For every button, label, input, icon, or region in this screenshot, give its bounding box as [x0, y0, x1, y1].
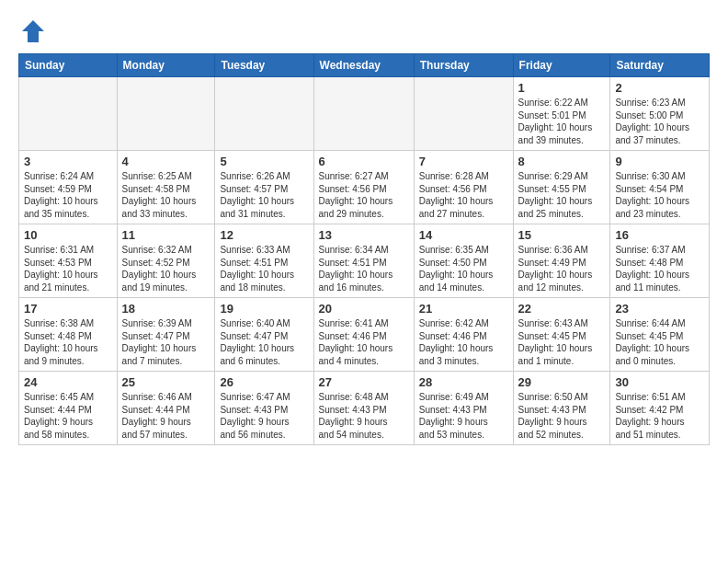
- day-info: Sunrise: 6:38 AM Sunset: 4:48 PM Dayligh…: [24, 317, 112, 367]
- day-number: 22: [518, 302, 606, 316]
- day-cell: 17Sunrise: 6:38 AM Sunset: 4:48 PM Dayli…: [19, 298, 118, 372]
- day-number: 23: [615, 302, 704, 316]
- day-cell: 14Sunrise: 6:35 AM Sunset: 4:50 PM Dayli…: [414, 224, 513, 298]
- day-info: Sunrise: 6:47 AM Sunset: 4:43 PM Dayligh…: [220, 391, 308, 441]
- day-number: 27: [319, 375, 409, 389]
- day-number: 9: [615, 155, 704, 168]
- day-info: Sunrise: 6:48 AM Sunset: 4:43 PM Dayligh…: [319, 391, 409, 441]
- header-row: SundayMondayTuesdayWednesdayThursdayFrid…: [19, 54, 710, 77]
- day-info: Sunrise: 6:25 AM Sunset: 4:58 PM Dayligh…: [122, 170, 210, 220]
- day-number: 6: [319, 155, 409, 168]
- day-number: 13: [319, 228, 409, 242]
- day-cell: 8Sunrise: 6:29 AM Sunset: 4:55 PM Daylig…: [513, 151, 610, 224]
- day-info: Sunrise: 6:22 AM Sunset: 5:01 PM Dayligh…: [518, 97, 606, 146]
- day-info: Sunrise: 6:32 AM Sunset: 4:52 PM Dayligh…: [122, 244, 210, 293]
- day-info: Sunrise: 6:35 AM Sunset: 4:50 PM Dayligh…: [419, 244, 508, 293]
- day-number: 26: [220, 375, 308, 389]
- calendar-table: SundayMondayTuesdayWednesdayThursdayFrid…: [18, 53, 710, 445]
- day-number: 21: [419, 302, 508, 316]
- day-cell: 25Sunrise: 6:46 AM Sunset: 4:44 PM Dayli…: [117, 372, 215, 445]
- day-number: 16: [615, 228, 704, 242]
- day-number: 1: [518, 81, 606, 95]
- logo: [18, 18, 46, 44]
- week-row-3: 10Sunrise: 6:31 AM Sunset: 4:53 PM Dayli…: [19, 224, 710, 298]
- day-number: 3: [24, 155, 112, 168]
- day-number: 19: [220, 302, 308, 316]
- day-info: Sunrise: 6:40 AM Sunset: 4:47 PM Dayligh…: [220, 317, 308, 367]
- day-number: 2: [615, 81, 704, 95]
- day-cell: 13Sunrise: 6:34 AM Sunset: 4:51 PM Dayli…: [313, 224, 414, 298]
- day-number: 30: [615, 375, 704, 389]
- day-number: 7: [419, 155, 508, 168]
- day-cell: [215, 77, 313, 151]
- day-number: 5: [220, 155, 308, 168]
- day-cell: 22Sunrise: 6:43 AM Sunset: 4:45 PM Dayli…: [513, 298, 610, 372]
- day-number: 8: [518, 155, 606, 168]
- week-row-1: 1Sunrise: 6:22 AM Sunset: 5:01 PM Daylig…: [19, 77, 710, 151]
- day-cell: 5Sunrise: 6:26 AM Sunset: 4:57 PM Daylig…: [215, 151, 313, 224]
- day-info: Sunrise: 6:26 AM Sunset: 4:57 PM Dayligh…: [220, 170, 308, 220]
- col-header-friday: Friday: [513, 54, 610, 77]
- day-cell: 1Sunrise: 6:22 AM Sunset: 5:01 PM Daylig…: [513, 77, 610, 151]
- week-row-2: 3Sunrise: 6:24 AM Sunset: 4:59 PM Daylig…: [19, 151, 710, 224]
- week-row-5: 24Sunrise: 6:45 AM Sunset: 4:44 PM Dayli…: [19, 372, 710, 445]
- day-info: Sunrise: 6:50 AM Sunset: 4:43 PM Dayligh…: [518, 391, 606, 441]
- day-info: Sunrise: 6:27 AM Sunset: 4:56 PM Dayligh…: [319, 170, 409, 220]
- day-cell: 3Sunrise: 6:24 AM Sunset: 4:59 PM Daylig…: [19, 151, 118, 224]
- day-cell: 27Sunrise: 6:48 AM Sunset: 4:43 PM Dayli…: [313, 372, 414, 445]
- day-cell: 30Sunrise: 6:51 AM Sunset: 4:42 PM Dayli…: [610, 372, 710, 445]
- day-cell: 11Sunrise: 6:32 AM Sunset: 4:52 PM Dayli…: [117, 224, 215, 298]
- col-header-wednesday: Wednesday: [313, 54, 414, 77]
- day-number: 18: [122, 302, 210, 316]
- day-number: 14: [419, 228, 508, 242]
- day-info: Sunrise: 6:24 AM Sunset: 4:59 PM Dayligh…: [24, 170, 112, 220]
- day-cell: 6Sunrise: 6:27 AM Sunset: 4:56 PM Daylig…: [313, 151, 414, 224]
- day-info: Sunrise: 6:36 AM Sunset: 4:49 PM Dayligh…: [518, 244, 606, 293]
- day-info: Sunrise: 6:28 AM Sunset: 4:56 PM Dayligh…: [419, 170, 508, 220]
- day-info: Sunrise: 6:31 AM Sunset: 4:53 PM Dayligh…: [24, 244, 112, 293]
- week-row-4: 17Sunrise: 6:38 AM Sunset: 4:48 PM Dayli…: [19, 298, 710, 372]
- day-cell: 24Sunrise: 6:45 AM Sunset: 4:44 PM Dayli…: [19, 372, 118, 445]
- col-header-thursday: Thursday: [414, 54, 513, 77]
- day-cell: 26Sunrise: 6:47 AM Sunset: 4:43 PM Dayli…: [215, 372, 313, 445]
- day-number: 20: [319, 302, 409, 316]
- day-cell: [313, 77, 414, 151]
- day-info: Sunrise: 6:51 AM Sunset: 4:42 PM Dayligh…: [615, 391, 704, 441]
- day-info: Sunrise: 6:46 AM Sunset: 4:44 PM Dayligh…: [122, 391, 210, 441]
- day-info: Sunrise: 6:29 AM Sunset: 4:55 PM Dayligh…: [518, 170, 606, 220]
- day-cell: 9Sunrise: 6:30 AM Sunset: 4:54 PM Daylig…: [610, 151, 710, 224]
- day-info: Sunrise: 6:41 AM Sunset: 4:46 PM Dayligh…: [319, 317, 409, 367]
- day-number: 15: [518, 228, 606, 242]
- day-info: Sunrise: 6:23 AM Sunset: 5:00 PM Dayligh…: [615, 97, 704, 146]
- day-number: 12: [220, 228, 308, 242]
- day-number: 17: [24, 302, 112, 316]
- day-info: Sunrise: 6:33 AM Sunset: 4:51 PM Dayligh…: [220, 244, 308, 293]
- day-cell: 18Sunrise: 6:39 AM Sunset: 4:47 PM Dayli…: [117, 298, 215, 372]
- day-cell: 23Sunrise: 6:44 AM Sunset: 4:45 PM Dayli…: [610, 298, 710, 372]
- day-number: 24: [24, 375, 112, 389]
- day-number: 28: [419, 375, 508, 389]
- day-cell: [414, 77, 513, 151]
- day-cell: 2Sunrise: 6:23 AM Sunset: 5:00 PM Daylig…: [610, 77, 710, 151]
- day-cell: 28Sunrise: 6:49 AM Sunset: 4:43 PM Dayli…: [414, 372, 513, 445]
- day-number: 25: [122, 375, 210, 389]
- day-cell: 19Sunrise: 6:40 AM Sunset: 4:47 PM Dayli…: [215, 298, 313, 372]
- day-number: 4: [122, 155, 210, 168]
- day-info: Sunrise: 6:37 AM Sunset: 4:48 PM Dayligh…: [615, 244, 704, 293]
- svg-marker-0: [22, 20, 44, 42]
- day-info: Sunrise: 6:45 AM Sunset: 4:44 PM Dayligh…: [24, 391, 112, 441]
- day-cell: 29Sunrise: 6:50 AM Sunset: 4:43 PM Dayli…: [513, 372, 610, 445]
- logo-icon: [20, 18, 46, 44]
- day-info: Sunrise: 6:44 AM Sunset: 4:45 PM Dayligh…: [615, 317, 704, 367]
- day-cell: 12Sunrise: 6:33 AM Sunset: 4:51 PM Dayli…: [215, 224, 313, 298]
- day-number: 11: [122, 228, 210, 242]
- col-header-sunday: Sunday: [19, 54, 118, 77]
- day-cell: 10Sunrise: 6:31 AM Sunset: 4:53 PM Dayli…: [19, 224, 118, 298]
- day-cell: 20Sunrise: 6:41 AM Sunset: 4:46 PM Dayli…: [313, 298, 414, 372]
- page: SundayMondayTuesdayWednesdayThursdayFrid…: [0, 0, 728, 454]
- col-header-tuesday: Tuesday: [215, 54, 313, 77]
- day-number: 10: [24, 228, 112, 242]
- day-info: Sunrise: 6:30 AM Sunset: 4:54 PM Dayligh…: [615, 170, 704, 220]
- day-cell: 21Sunrise: 6:42 AM Sunset: 4:46 PM Dayli…: [414, 298, 513, 372]
- day-info: Sunrise: 6:43 AM Sunset: 4:45 PM Dayligh…: [518, 317, 606, 367]
